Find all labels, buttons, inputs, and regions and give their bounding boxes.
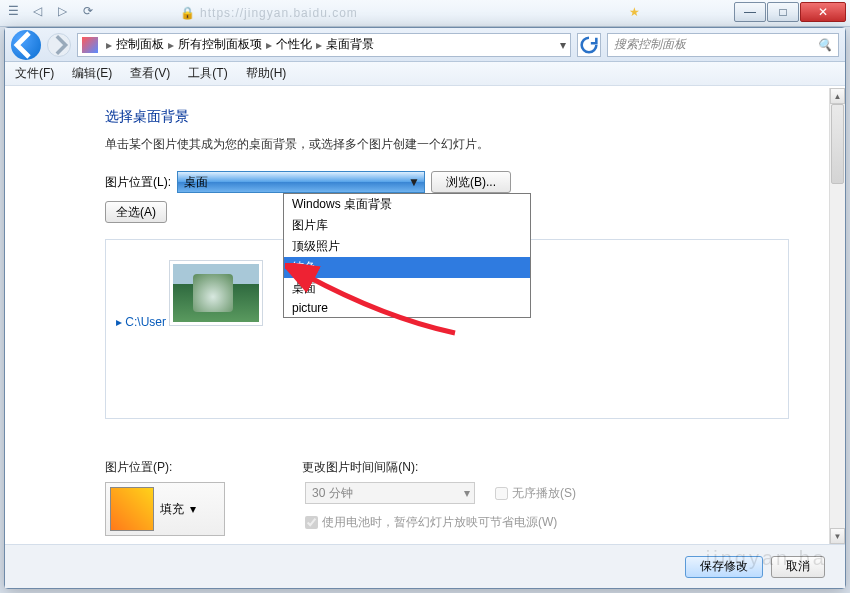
search-placeholder: 搜索控制面板: [614, 36, 686, 53]
scroll-up-button[interactable]: ▲: [830, 88, 845, 104]
chevron-down-icon: ▾: [190, 502, 196, 516]
chevron-right-icon: ▸: [316, 38, 322, 52]
chevron-right-icon: ▸: [168, 38, 174, 52]
refresh-button[interactable]: [577, 33, 601, 57]
breadcrumb-l3[interactable]: 桌面背景: [326, 36, 374, 53]
control-panel-icon: [82, 37, 98, 53]
wallpaper-image: [173, 264, 259, 322]
picture-location-label: 图片位置(L):: [105, 174, 171, 191]
control-panel-window: ▸ 控制面板 ▸ 所有控制面板项 ▸ 个性化 ▸ 桌面背景 ▾ 搜索控制面板 🔍…: [4, 27, 846, 589]
dropdown-option-selected[interactable]: 纯色: [284, 257, 530, 278]
position-label: 图片位置(P):: [105, 459, 172, 476]
dropdown-option[interactable]: Windows 桌面背景: [284, 194, 530, 215]
browser-url: 🔒 https://jingyan.baidu.com: [180, 6, 358, 20]
navigation-bar: ▸ 控制面板 ▸ 所有控制面板项 ▸ 个性化 ▸ 桌面背景 ▾ 搜索控制面板 🔍: [5, 28, 845, 62]
dropdown-option[interactable]: 顶级照片: [284, 236, 530, 257]
select-all-button[interactable]: 全选(A): [105, 201, 167, 223]
menu-view[interactable]: 查看(V): [130, 65, 170, 82]
chevron-down-icon: ▼: [408, 175, 420, 189]
browser-tab-bar: ☰ ◁ ▷ ⟳ 🔒 https://jingyan.baidu.com ★ — …: [0, 0, 850, 27]
minimize-button[interactable]: —: [734, 2, 766, 22]
breadcrumb-l2[interactable]: 个性化: [276, 36, 312, 53]
browse-button[interactable]: 浏览(B)...: [431, 171, 511, 193]
picture-location-combo[interactable]: 桌面 ▼: [177, 171, 425, 193]
menu-tools[interactable]: 工具(T): [188, 65, 227, 82]
panel-path: ▸ C:\User: [116, 315, 166, 329]
chevron-right-icon: ▸: [266, 38, 272, 52]
forward-icon[interactable]: ▷: [58, 4, 73, 19]
nav-forward-button[interactable]: [47, 33, 71, 57]
fit-value: 填充: [160, 501, 184, 518]
shuffle-checkbox: 无序播放(S): [495, 485, 576, 502]
chevron-down-icon: ▾: [464, 486, 470, 500]
interval-combo: 30 分钟 ▾: [305, 482, 475, 504]
picture-location-dropdown: Windows 桌面背景 图片库 顶级照片 纯色 桌面 picture: [283, 193, 531, 318]
reload-icon[interactable]: ⟳: [83, 4, 98, 19]
breadcrumb-dropdown-icon[interactable]: ▾: [560, 38, 566, 52]
save-button[interactable]: 保存修改: [685, 556, 763, 578]
page-subtitle: 单击某个图片使其成为您的桌面背景，或选择多个图片创建一个幻灯片。: [105, 136, 789, 153]
breadcrumb-root[interactable]: 控制面板: [116, 36, 164, 53]
wallpaper-thumb[interactable]: [169, 260, 263, 326]
dropdown-option[interactable]: picture: [284, 299, 530, 317]
refresh-icon: [578, 34, 600, 56]
picture-position-combo[interactable]: 填充 ▾: [105, 482, 225, 536]
dropdown-option[interactable]: 图片库: [284, 215, 530, 236]
scroll-down-button[interactable]: ▼: [830, 528, 845, 544]
menu-file[interactable]: 文件(F): [15, 65, 54, 82]
arrow-left-icon: [11, 30, 41, 60]
picture-location-value: 桌面: [184, 174, 208, 191]
menu-bar: 文件(F) 编辑(E) 查看(V) 工具(T) 帮助(H): [5, 62, 845, 86]
arrow-right-icon: [48, 34, 70, 56]
breadcrumb-bar[interactable]: ▸ 控制面板 ▸ 所有控制面板项 ▸ 个性化 ▸ 桌面背景 ▾: [77, 33, 571, 57]
shuffle-input: [495, 487, 508, 500]
scrollbar-thumb[interactable]: [831, 104, 844, 184]
bookmark-star-icon[interactable]: ★: [629, 5, 640, 19]
picture-location-row: 图片位置(L): 桌面 ▼ 浏览(B)... Windows 桌面背景 图片库 …: [105, 171, 789, 193]
nav-back-button[interactable]: [11, 30, 41, 60]
menu-help[interactable]: 帮助(H): [246, 65, 287, 82]
battery-input: [305, 516, 318, 529]
lock-icon: 🔒: [180, 6, 196, 20]
search-input[interactable]: 搜索控制面板 🔍: [607, 33, 839, 57]
menu-icon[interactable]: ☰: [8, 4, 23, 19]
window-controls: — □ ✕: [733, 2, 846, 22]
menu-edit[interactable]: 编辑(E): [72, 65, 112, 82]
back-icon[interactable]: ◁: [33, 4, 48, 19]
battery-checkbox: 使用电池时，暂停幻灯片放映可节省电源(W): [305, 514, 576, 531]
dropdown-option[interactable]: 桌面: [284, 278, 530, 299]
interval-value: 30 分钟: [312, 485, 353, 502]
close-button[interactable]: ✕: [800, 2, 846, 22]
browser-toolbar-icons: ☰ ◁ ▷ ⟳: [8, 4, 98, 19]
bottom-options: 图片位置(P): 更改图片时间间隔(N): 填充 ▾ 30 分钟 ▾: [105, 459, 789, 536]
fit-preview-icon: [110, 487, 154, 531]
content-area: 选择桌面背景 单击某个图片使其成为您的桌面背景，或选择多个图片创建一个幻灯片。 …: [5, 88, 829, 544]
breadcrumb-l1[interactable]: 所有控制面板项: [178, 36, 262, 53]
cancel-button[interactable]: 取消: [771, 556, 825, 578]
chevron-right-icon: ▸: [106, 38, 112, 52]
search-icon: 🔍: [817, 38, 832, 52]
interval-label: 更改图片时间间隔(N):: [302, 459, 418, 476]
dialog-footer: 保存修改 取消: [5, 544, 845, 588]
maximize-button[interactable]: □: [767, 2, 799, 22]
page-title: 选择桌面背景: [105, 108, 789, 126]
vertical-scrollbar[interactable]: ▲ ▼: [829, 88, 845, 544]
